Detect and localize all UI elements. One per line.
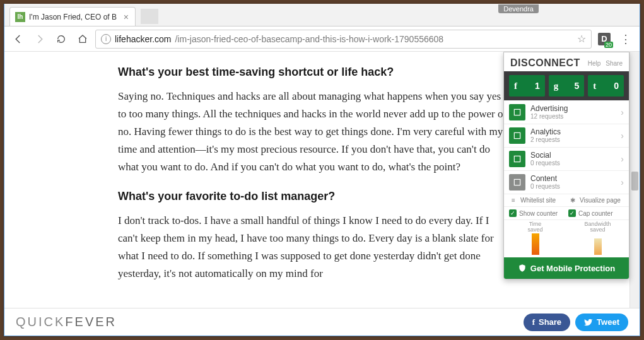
category-info: Advertising12 requests	[530, 105, 616, 120]
chevron-right-icon: ›	[621, 107, 624, 117]
popup-stats: Timesaved Bandwidthsaved	[504, 220, 629, 257]
page-content: What's your best time-saving shortcut or…	[4, 52, 640, 336]
tab-close-button[interactable]: ×	[122, 12, 130, 22]
category-info: Content0 requests	[530, 175, 616, 190]
category-icon	[509, 174, 525, 191]
site-logo[interactable]: QUICKFEVER	[16, 315, 117, 329]
facebook-icon: f	[514, 81, 528, 91]
twitter-chip[interactable]: t0	[588, 75, 624, 97]
reload-button[interactable]	[52, 30, 70, 48]
visualize-page-option[interactable]: ✱Visualize page	[568, 197, 624, 204]
new-tab-button[interactable]	[141, 9, 158, 24]
bottom-bar: QUICKFEVER f Share Tweet	[4, 308, 640, 336]
twitter-icon: t	[593, 81, 607, 91]
google-icon: g	[554, 81, 568, 91]
twitter-icon	[584, 318, 593, 327]
shield-icon	[518, 264, 527, 273]
disconnect-extension-button[interactable]: D 20	[595, 30, 613, 48]
facebook-share-button[interactable]: f Share	[524, 314, 570, 331]
article-body: What's your best time-saving shortcut or…	[4, 52, 522, 309]
twitter-count: 0	[614, 81, 619, 91]
category-name: Social	[530, 151, 616, 160]
facebook-count: 1	[535, 81, 540, 91]
article-heading-2: What's your favorite to-do list manager?	[118, 190, 509, 203]
share-buttons: f Share Tweet	[524, 314, 628, 331]
time-saved-stat[interactable]: Timesaved	[504, 220, 566, 257]
svg-rect-3	[514, 179, 520, 185]
favicon-icon: lh	[15, 12, 25, 22]
svg-rect-2	[514, 156, 520, 161]
article-heading-1: What's your best time-saving shortcut or…	[118, 66, 509, 79]
facebook-chip[interactable]: f1	[509, 75, 545, 97]
category-info: Social0 requests	[530, 151, 616, 167]
category-icon	[509, 127, 525, 144]
category-info: Analytics2 requests	[530, 128, 616, 143]
popup-share-link[interactable]: Share	[606, 60, 623, 67]
graph-icon: ✱	[568, 197, 577, 204]
category-icon	[509, 104, 525, 120]
scrollbar-thumb[interactable]	[631, 172, 638, 191]
chevron-right-icon: ›	[621, 131, 624, 141]
article-paragraph-2: I don't track to-dos. I have a small han…	[118, 212, 509, 283]
list-icon: ≡	[509, 197, 518, 204]
category-row-advertising[interactable]: Advertising12 requests›	[504, 100, 629, 124]
category-requests: 0 requests	[530, 160, 616, 167]
address-bar[interactable]: i lifehacker.com/im-jason-fried-ceo-of-b…	[95, 30, 592, 49]
url-path: /im-jason-fried-ceo-of-basecamp-and-this…	[175, 34, 443, 44]
user-profile-pill[interactable]: Devendra	[498, 4, 539, 13]
svg-rect-0	[514, 109, 520, 115]
popup-help-link[interactable]: Help	[588, 60, 601, 67]
chrome-menu-button[interactable]: ⋮	[617, 32, 635, 46]
popup-options-row-1: ≡Whitelist site ✱Visualize page	[504, 194, 629, 206]
share-label: Share	[539, 317, 561, 327]
checkbox-checked-icon: ✓	[568, 209, 576, 217]
popup-links: Help Share	[588, 60, 623, 67]
bandwidth-saved-bar	[594, 238, 602, 255]
tab-title: I'm Jason Fried, CEO of B	[29, 13, 119, 21]
category-row-content[interactable]: Content0 requests›	[504, 170, 629, 194]
article-paragraph-1: Saying no. Techniques and hacks are all …	[118, 88, 509, 176]
forward-button[interactable]	[31, 30, 49, 48]
home-button[interactable]	[74, 30, 91, 48]
disconnect-popup: DISCONNECT Help Share f1 g5 t0 Advertisi…	[503, 52, 629, 279]
chevron-right-icon: ›	[621, 154, 624, 164]
category-name: Content	[530, 175, 616, 183]
tweet-button[interactable]: Tweet	[575, 314, 628, 331]
url-host: lifehacker.com	[115, 34, 171, 44]
facebook-icon: f	[532, 317, 535, 327]
get-mobile-protection-button[interactable]: Get Mobile Protection	[504, 257, 629, 279]
google-count: 5	[575, 81, 580, 91]
chevron-right-icon: ›	[621, 177, 624, 187]
category-icon	[509, 151, 525, 167]
bookmark-star-icon[interactable]: ☆	[577, 33, 586, 45]
popup-title: DISCONNECT	[510, 57, 580, 69]
category-row-analytics[interactable]: Analytics2 requests›	[504, 124, 629, 147]
show-counter-option[interactable]: ✓Show counter	[509, 209, 565, 217]
time-saved-bar	[532, 233, 539, 255]
site-info-icon[interactable]: i	[101, 34, 111, 44]
google-chip[interactable]: g5	[549, 75, 585, 97]
toolbar: i lifehacker.com/im-jason-fried-ceo-of-b…	[4, 26, 640, 52]
popup-social-row: f1 g5 t0	[504, 71, 629, 100]
back-button[interactable]	[9, 30, 27, 48]
popup-options-row-2: ✓Show counter ✓Cap counter	[504, 206, 629, 220]
category-name: Analytics	[530, 128, 616, 136]
svg-rect-1	[514, 132, 520, 138]
bandwidth-saved-stat[interactable]: Bandwidthsaved	[566, 220, 629, 257]
logo-part-a: QUICK	[16, 315, 65, 329]
checkbox-checked-icon: ✓	[509, 209, 517, 217]
logo-part-b: FEVER	[65, 315, 117, 329]
category-requests: 12 requests	[530, 113, 616, 120]
extension-badge: 20	[604, 42, 613, 48]
browser-window: Devendra — ☐ ✕ lh I'm Jason Fried, CEO o…	[4, 4, 640, 336]
cap-counter-option[interactable]: ✓Cap counter	[568, 209, 624, 217]
popup-header: DISCONNECT Help Share	[504, 52, 629, 71]
tweet-label: Tweet	[597, 317, 619, 327]
whitelist-site-option[interactable]: ≡Whitelist site	[509, 197, 565, 204]
bandwidth-saved-label: Bandwidthsaved	[584, 221, 611, 233]
category-requests: 2 requests	[530, 136, 616, 143]
vertical-scrollbar[interactable]	[629, 52, 640, 308]
tab-active[interactable]: lh I'm Jason Fried, CEO of B ×	[9, 7, 136, 26]
cta-label: Get Mobile Protection	[530, 264, 615, 273]
category-row-social[interactable]: Social0 requests›	[504, 147, 629, 170]
